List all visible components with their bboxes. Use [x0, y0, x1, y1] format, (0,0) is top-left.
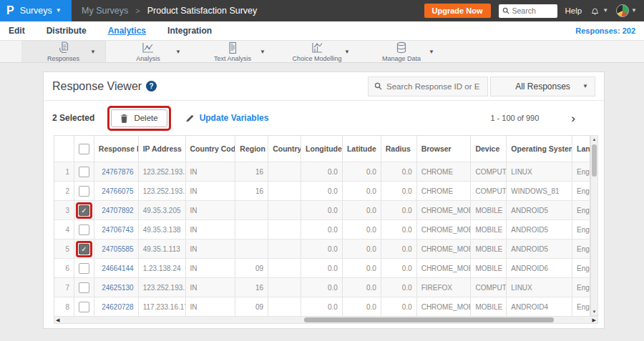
- select-all-checkbox[interactable]: [79, 144, 89, 154]
- cell-radius: 0.0: [381, 239, 417, 258]
- cell-region: 09: [235, 297, 268, 316]
- breadcrumb-my-surveys[interactable]: My Surveys: [82, 6, 128, 16]
- nav-tab-integration[interactable]: Integration: [167, 26, 212, 36]
- horizontal-scroll-thumb[interactable]: [304, 317, 554, 322]
- upgrade-now-button[interactable]: Upgrade Now: [424, 4, 491, 18]
- cell-operating_system: ANDROID5: [507, 201, 572, 219]
- cell-browser: CHROME_MOBILE: [417, 239, 472, 258]
- surveys-menu[interactable]: P Surveys ▼: [0, 0, 72, 21]
- vertical-scroll-thumb[interactable]: [592, 144, 597, 177]
- responses-filter-dropdown[interactable]: All Responses ▼: [490, 76, 595, 97]
- chevron-down-icon[interactable]: ▼: [260, 49, 265, 55]
- row-checkbox[interactable]: [79, 244, 89, 254]
- delete-button[interactable]: Delete: [111, 109, 167, 127]
- table-row: 52470558549.35.1.113IN0.00.00.0CHROME_MO…: [54, 239, 590, 258]
- row-checkbox[interactable]: [79, 167, 89, 177]
- cell-country: [268, 278, 301, 297]
- cell-region: 16: [235, 278, 268, 297]
- chevron-down-icon[interactable]: ▼: [175, 49, 181, 55]
- checkbox-cell: [74, 239, 94, 258]
- response-id-link[interactable]: 24664144: [94, 259, 139, 277]
- chevron-down-icon[interactable]: ▼: [90, 49, 96, 55]
- cell-operating_system: WINDOWS_81: [507, 182, 572, 200]
- help-link[interactable]: Help: [565, 6, 582, 15]
- row-checkbox[interactable]: [79, 205, 89, 216]
- checkbox-cell: [74, 220, 94, 239]
- help-icon[interactable]: ?: [146, 81, 157, 92]
- cell-region: 16: [235, 182, 268, 200]
- cell-country_code: IN: [186, 220, 236, 239]
- column-header-longitude: Longitude: [301, 136, 343, 162]
- toolbar-item-label: Manage Data: [382, 55, 421, 62]
- checkbox-cell: [74, 278, 94, 297]
- toolbar-item-responses[interactable]: Responses ▼: [21, 41, 106, 62]
- global-search-box[interactable]: [499, 4, 557, 18]
- column-header-response_id[interactable]: Response ID▲: [94, 136, 139, 162]
- selected-count-label: 2 Selected: [52, 113, 94, 123]
- response-id-link[interactable]: 24767876: [94, 162, 139, 181]
- column-header-country_code: Country Code: [186, 136, 236, 162]
- chevron-down-icon[interactable]: ▼: [344, 49, 350, 55]
- avatar: [616, 4, 629, 17]
- table-row: 824620728117.233.16.177IN090.00.00.0CHRO…: [54, 297, 590, 316]
- search-icon: [374, 82, 382, 90]
- cell-device: COMPUTER: [471, 162, 507, 181]
- row-checkbox[interactable]: [79, 224, 89, 235]
- row-checkbox[interactable]: [79, 282, 89, 293]
- scroll-right-arrow-icon[interactable]: ▶: [592, 317, 596, 323]
- scroll-left-arrow-icon[interactable]: ◀: [56, 317, 59, 323]
- toolbar-item-analysis[interactable]: Analysis ▼: [106, 41, 190, 62]
- horizontal-scrollbar[interactable]: ◀ ▶: [54, 316, 598, 324]
- row-checkbox[interactable]: [79, 186, 89, 197]
- cell-browser: CHROME_MOBILE: [417, 201, 472, 219]
- cell-country_code: IN: [186, 278, 236, 297]
- cell-country: [268, 182, 301, 200]
- global-search-input[interactable]: [512, 6, 554, 15]
- cell-latitude: 0.0: [343, 239, 381, 258]
- response-id-link[interactable]: 24766075: [94, 182, 139, 200]
- vertical-scrollbar[interactable]: ▲ ▼: [590, 135, 598, 316]
- responses-count[interactable]: Responses: 202: [575, 26, 644, 35]
- scroll-up-arrow-icon[interactable]: ▲: [591, 137, 597, 142]
- cell-country: [268, 259, 301, 277]
- chevron-down-icon[interactable]: ▼: [429, 49, 434, 55]
- cell-country_code: IN: [186, 297, 236, 316]
- responses-table: Response ID▲IP AddressCountry CodeRegion…: [54, 135, 590, 317]
- response-id-link[interactable]: 24625130: [94, 278, 139, 297]
- cell-region: [235, 201, 268, 219]
- response-id-link[interactable]: 24620728: [94, 297, 139, 316]
- cell-region: [235, 239, 268, 258]
- response-search-box[interactable]: [368, 76, 488, 97]
- cell-radius: 0.0: [381, 162, 417, 181]
- next-page-chevron[interactable]: ›: [571, 112, 575, 124]
- cell-ip: 49.35.3.138: [139, 220, 186, 239]
- update-variables-label: Update Variables: [200, 113, 269, 123]
- update-variables-link[interactable]: Update Variables: [185, 113, 269, 123]
- notifications-menu[interactable]: ▼: [590, 6, 608, 16]
- cell-device: MOBILE: [471, 297, 507, 316]
- delete-button-label: Delete: [134, 114, 157, 122]
- nav-tab-analytics[interactable]: Analytics: [108, 26, 146, 36]
- cell-longitude: 0.0: [301, 162, 343, 181]
- response-id-link[interactable]: 24706743: [94, 220, 139, 239]
- response-search-input[interactable]: [386, 82, 479, 91]
- nav-tab-edit[interactable]: Edit: [9, 26, 25, 36]
- row-checkbox[interactable]: [79, 263, 89, 274]
- account-menu[interactable]: ▼: [616, 4, 637, 17]
- cell-language: Eng: [572, 220, 590, 239]
- cell-region: 16: [235, 162, 268, 181]
- toolbar-item-manage-data[interactable]: Manage Data ▼: [359, 41, 444, 62]
- cell-longitude: 0.0: [301, 220, 343, 239]
- cell-browser: CHROME: [417, 182, 472, 200]
- nav-tab-distribute[interactable]: Distribute: [47, 26, 87, 36]
- scroll-down-arrow-icon[interactable]: ▼: [591, 310, 597, 314]
- toolbar-item-text-analysis[interactable]: Text Analysis ▼: [190, 41, 275, 62]
- response-id-link[interactable]: 24705585: [94, 239, 139, 258]
- responses-filter-value: All Responses: [515, 81, 570, 92]
- surveys-menu-label: Surveys: [20, 6, 52, 16]
- table-row: 6246641441.23.138.24IN090.00.00.0CHROME_…: [54, 258, 590, 277]
- response-id-link[interactable]: 24707892: [94, 201, 139, 219]
- cell-longitude: 0.0: [301, 259, 343, 277]
- toolbar-item-choice-modelling[interactable]: Choice Modelling ▼: [275, 41, 359, 62]
- row-checkbox[interactable]: [79, 302, 89, 312]
